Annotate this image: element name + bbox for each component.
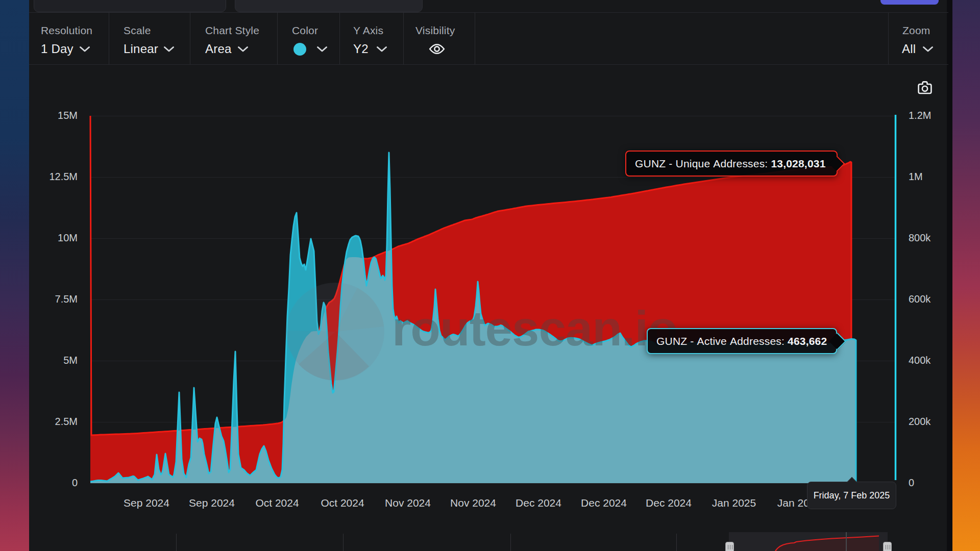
svg-text:routescan.io: routescan.io	[392, 301, 677, 356]
